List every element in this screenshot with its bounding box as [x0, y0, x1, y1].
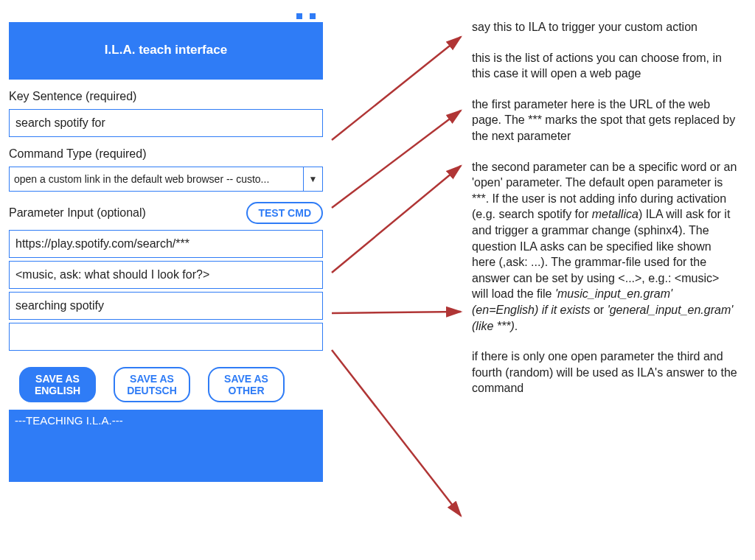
- param-3-input[interactable]: [9, 292, 323, 320]
- svg-line-3: [332, 312, 461, 313]
- label-param-input: Parameter Input (optional): [9, 206, 146, 220]
- panel-title: I.L.A. teach interface: [105, 43, 227, 57]
- svg-line-1: [332, 111, 461, 208]
- window-decorations: [9, 9, 323, 19]
- chevron-down-icon: ▼: [309, 174, 318, 184]
- save-deutsch-button[interactable]: SAVE ASDEUTSCH: [114, 367, 190, 402]
- label-command-type: Command Type (required): [9, 147, 323, 161]
- test-cmd-button[interactable]: TEST CMD: [246, 202, 323, 224]
- svg-line-2: [332, 166, 461, 273]
- param-2-input[interactable]: [9, 261, 323, 289]
- label-key-sentence: Key Sentence (required): [9, 90, 323, 103]
- annotation-5: if there is only one open parameter the …: [472, 349, 737, 396]
- annotations-column: say this to ILA to trigger your custom a…: [472, 19, 737, 411]
- annotation-3: the first parameter here is the URL of t…: [472, 97, 737, 144]
- teach-interface-panel: I.L.A. teach interface Key Sentence (req…: [9, 9, 323, 482]
- param-1-input[interactable]: [9, 230, 323, 258]
- parameter-stack: [9, 230, 323, 354]
- annotation-1: say this to ILA to trigger your custom a…: [472, 19, 737, 35]
- log-text: ---TEACHING I.L.A.---: [15, 414, 123, 427]
- log-panel: ---TEACHING I.L.A.---: [9, 410, 323, 482]
- param-4-input[interactable]: [9, 323, 323, 351]
- save-other-button[interactable]: SAVE ASOTHER: [208, 367, 285, 402]
- svg-line-4: [332, 350, 461, 516]
- key-sentence-input[interactable]: [9, 109, 323, 137]
- window-dot: [310, 13, 316, 19]
- svg-line-0: [332, 37, 461, 140]
- combo-dropdown-button[interactable]: ▼: [303, 167, 322, 191]
- command-type-combo[interactable]: ▼: [9, 167, 323, 192]
- annotation-4: the second parameter can be a specific w…: [472, 159, 737, 335]
- save-button-row: SAVE ASENGLISH SAVE ASDEUTSCH SAVE ASOTH…: [9, 367, 323, 402]
- panel-header: I.L.A. teach interface: [9, 22, 323, 80]
- command-type-value[interactable]: [10, 167, 303, 191]
- save-english-button[interactable]: SAVE ASENGLISH: [19, 367, 96, 402]
- annotation-2: this is the list of actions you can choo…: [472, 50, 737, 82]
- window-dot: [296, 13, 302, 19]
